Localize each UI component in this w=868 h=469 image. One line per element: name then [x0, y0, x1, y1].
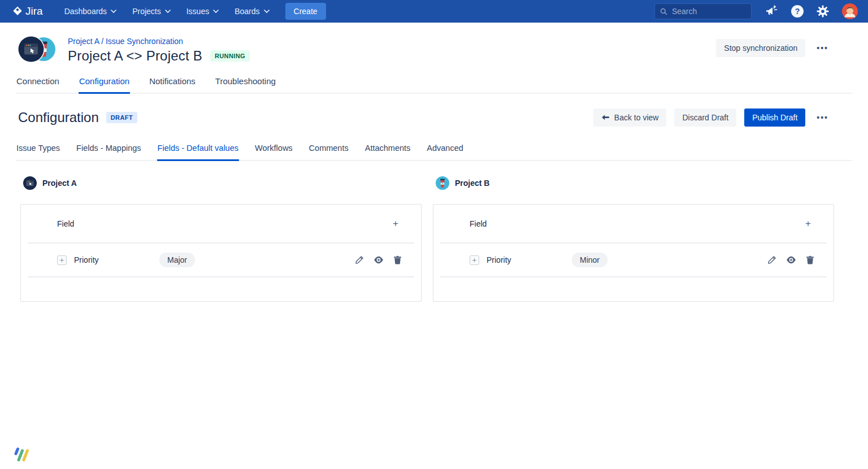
- priority-field-icon: [470, 255, 479, 265]
- project-a-avatar-icon: [23, 176, 37, 190]
- nav-item-dashboards[interactable]: Dashboards: [64, 7, 117, 16]
- back-to-view-button[interactable]: Back to view: [593, 108, 667, 127]
- announcement-icon[interactable]: [765, 5, 778, 18]
- chevron-down-icon: [264, 10, 270, 13]
- edit-pencil-icon[interactable]: [354, 254, 365, 266]
- configuration-tabs: Issue Types Fields - Mappings Fields - D…: [16, 144, 852, 161]
- field-column-header: Field: [57, 219, 74, 228]
- configuration-header: Configuration DRAFT Back to view Discard…: [0, 94, 868, 127]
- project-a-avatar: [18, 36, 45, 63]
- tab-workflows[interactable]: Workflows: [254, 144, 293, 161]
- divider: [28, 276, 414, 277]
- search-input[interactable]: [672, 7, 746, 16]
- nav-item-projects[interactable]: Projects: [132, 7, 171, 16]
- divider: [440, 276, 827, 277]
- default-value-pill: Major: [159, 253, 195, 267]
- table-row-priority: Priority Major: [21, 244, 421, 276]
- getint-logo[interactable]: [12, 446, 31, 464]
- project-a-column: Project A Field + Priority Major: [20, 176, 422, 302]
- status-badge-running: RUNNING: [210, 50, 250, 62]
- default-value-pill: Minor: [572, 253, 607, 267]
- search-icon: [660, 7, 667, 16]
- stop-synchronization-button[interactable]: Stop synchronization: [716, 39, 805, 57]
- view-eye-icon[interactable]: [785, 255, 797, 265]
- project-b-column: Project B Field + Priority Minor: [433, 176, 834, 302]
- search-box[interactable]: [654, 3, 752, 19]
- table-row-priority: Priority Minor: [433, 244, 834, 276]
- configuration-heading: Configuration: [18, 110, 99, 125]
- header-text-block: Project A / Issue Synchronization Projec…: [68, 34, 250, 64]
- tab-advanced[interactable]: Advanced: [426, 144, 464, 161]
- nav-item-boards[interactable]: Boards: [235, 7, 269, 16]
- publish-draft-button[interactable]: Publish Draft: [744, 108, 805, 127]
- nav-item-issues[interactable]: Issues: [186, 7, 219, 16]
- tab-connection[interactable]: Connection: [16, 76, 60, 94]
- top-navbar: Jira Dashboards Projects Issues Boards C…: [0, 0, 868, 23]
- tab-fields-default-values[interactable]: Fields - Default values: [157, 144, 239, 161]
- tab-troubleshooting[interactable]: Troubleshooting: [215, 76, 276, 94]
- delete-trash-icon[interactable]: [392, 254, 403, 266]
- main-tabs: Connection Configuration Notifications T…: [16, 76, 852, 94]
- configuration-more-button[interactable]: •••: [813, 111, 832, 124]
- discard-draft-button[interactable]: Discard Draft: [674, 108, 736, 127]
- header-more-button[interactable]: •••: [813, 41, 832, 55]
- project-a-title: Project A: [23, 176, 422, 190]
- priority-field-icon: [57, 255, 67, 265]
- field-name: Priority: [487, 255, 511, 264]
- help-icon[interactable]: ?: [791, 5, 804, 18]
- default-values-panels: Project A Field + Priority Major: [0, 176, 868, 302]
- page-title: Project A <> Project B: [68, 48, 202, 64]
- breadcrumb[interactable]: Project A / Issue Synchronization: [68, 37, 183, 46]
- jira-brand-text: Jira: [25, 5, 43, 18]
- view-eye-icon[interactable]: [372, 255, 385, 265]
- tab-fields-mappings[interactable]: Fields - Mappings: [76, 144, 141, 161]
- tab-comments[interactable]: Comments: [309, 144, 349, 161]
- add-field-button[interactable]: +: [801, 216, 815, 231]
- delete-trash-icon[interactable]: [805, 254, 815, 266]
- jira-logo-icon: [11, 5, 24, 18]
- settings-gear-icon[interactable]: [817, 5, 829, 18]
- tab-configuration[interactable]: Configuration: [79, 76, 130, 94]
- draft-badge: DRAFT: [106, 112, 137, 123]
- project-b-title: Project B: [436, 176, 834, 190]
- chevron-down-icon: [213, 10, 219, 13]
- project-b-avatar-icon: [436, 176, 449, 190]
- tab-notifications[interactable]: Notifications: [149, 76, 196, 94]
- chevron-down-icon: [111, 10, 116, 13]
- tab-attachments[interactable]: Attachments: [364, 144, 411, 161]
- create-button[interactable]: Create: [285, 3, 326, 20]
- jira-logo[interactable]: Jira: [11, 5, 43, 18]
- chevron-down-icon: [165, 10, 171, 13]
- arrow-left-icon: [601, 114, 610, 121]
- project-pair-avatar: [17, 34, 58, 67]
- user-avatar[interactable]: [842, 3, 858, 19]
- field-name: Priority: [74, 255, 99, 264]
- tab-issue-types[interactable]: Issue Types: [16, 144, 60, 161]
- field-column-header: Field: [470, 219, 487, 228]
- project-b-fields-card: Field + Priority Minor: [433, 204, 834, 302]
- connection-header: Project A / Issue Synchronization Projec…: [0, 23, 868, 67]
- edit-pencil-icon[interactable]: [766, 254, 778, 266]
- add-field-button[interactable]: +: [388, 216, 403, 231]
- project-a-fields-card: Field + Priority Major: [20, 204, 422, 302]
